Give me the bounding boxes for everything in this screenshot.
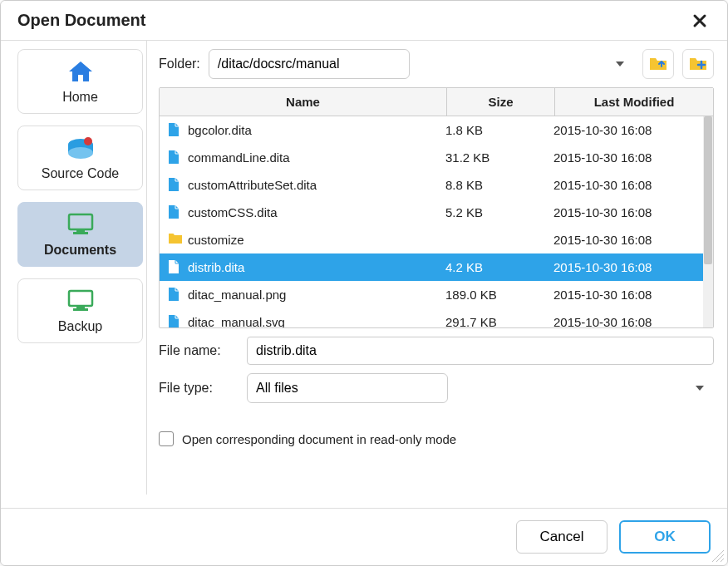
- new-folder-button[interactable]: [682, 49, 714, 79]
- shortcut-backup[interactable]: Backup: [17, 278, 143, 343]
- file-icon: [168, 150, 181, 166]
- shortcut-label: Backup: [58, 319, 102, 334]
- shortcut-documents[interactable]: Documents: [17, 202, 143, 267]
- scrollbar[interactable]: [703, 116, 713, 327]
- file-modified: 2015-10-30 16:08: [545, 315, 703, 327]
- file-name-cell: customAttributeSet.dita: [160, 177, 437, 194]
- folder-up-icon: [649, 57, 667, 71]
- file-size: 8.8 KB: [437, 178, 545, 192]
- svg-rect-4: [69, 214, 92, 229]
- folder-icon: [168, 232, 181, 249]
- filename-row: File name:: [159, 337, 714, 365]
- svg-rect-7: [69, 291, 92, 306]
- folder-up-button[interactable]: [642, 49, 674, 79]
- monitor-icon: [66, 213, 95, 236]
- file-name-cell: customCSS.dita: [160, 204, 437, 221]
- open-document-dialog: Open Document Home Source Code Documents…: [0, 0, 728, 566]
- readonly-label: Open corresponding document in read-only…: [182, 432, 456, 446]
- svg-rect-6: [73, 232, 88, 234]
- file-row[interactable]: ditac_manual.svg291.7 KB2015-10-30 16:08: [160, 308, 703, 327]
- dialog-title: Open Document: [17, 11, 145, 30]
- file-name: commandLine.dita: [188, 150, 290, 165]
- file-name: ditac_manual.svg: [188, 315, 285, 327]
- folder-row: Folder:: [159, 49, 714, 79]
- readonly-row: Open corresponding document in read-only…: [159, 431, 714, 446]
- file-icon: [168, 314, 181, 328]
- file-modified: 2015-10-30 16:08: [545, 288, 703, 302]
- readonly-checkbox[interactable]: [159, 431, 174, 446]
- file-name-cell: commandLine.dita: [160, 150, 437, 166]
- file-row[interactable]: commandLine.dita31.2 KB2015-10-30 16:08: [160, 144, 703, 171]
- folder-plus-icon: [689, 57, 707, 71]
- file-icon: [168, 177, 181, 194]
- file-name-cell: ditac_manual.png: [160, 287, 437, 303]
- svg-point-2: [68, 147, 93, 159]
- file-row[interactable]: ditac_manual.png189.0 KB2015-10-30 16:08: [160, 281, 703, 308]
- file-modified: 2015-10-30 16:08: [545, 150, 703, 165]
- folder-path-select[interactable]: [209, 49, 410, 79]
- column-header-name[interactable]: Name: [160, 88, 447, 116]
- titlebar: Open Document: [1, 1, 727, 40]
- filetype-select[interactable]: [247, 373, 448, 403]
- shortcut-label: Documents: [44, 243, 116, 258]
- shortcut-home[interactable]: Home: [17, 49, 143, 114]
- file-icon: [168, 122, 181, 139]
- file-size: 4.2 KB: [437, 260, 545, 274]
- file-name: distrib.dita: [188, 260, 244, 274]
- file-size: 5.2 KB: [437, 205, 545, 219]
- drive-icon: [66, 136, 96, 160]
- resize-grip[interactable]: [712, 550, 724, 562]
- file-name: bgcolor.dita: [188, 123, 252, 137]
- scroll-thumb[interactable]: [704, 116, 712, 264]
- close-button[interactable]: [689, 13, 711, 28]
- ok-button[interactable]: OK: [619, 520, 711, 554]
- file-row[interactable]: bgcolor.dita1.8 KB2015-10-30 16:08: [160, 116, 703, 144]
- folder-label: Folder:: [159, 57, 200, 71]
- cancel-button[interactable]: Cancel: [516, 520, 607, 554]
- folder-select-wrap: [209, 49, 634, 79]
- list-body[interactable]: bgcolor.dita1.8 KB2015-10-30 16:08comman…: [160, 116, 703, 327]
- file-name: customCSS.dita: [188, 205, 278, 219]
- list-body-wrap: bgcolor.dita1.8 KB2015-10-30 16:08comman…: [160, 116, 713, 327]
- main-panel: Folder: Name Size Last Modified: [159, 41, 714, 495]
- file-size: 1.8 KB: [437, 123, 545, 137]
- file-row[interactable]: distrib.dita4.2 KB2015-10-30 16:08: [160, 253, 703, 281]
- filename-input[interactable]: [247, 337, 714, 365]
- file-name-cell: customize: [160, 232, 437, 249]
- shortcut-label: Home: [62, 90, 98, 105]
- column-header-modified[interactable]: Last Modified: [555, 88, 713, 116]
- dialog-body: Home Source Code Documents Backup Folder…: [1, 40, 727, 509]
- file-row[interactable]: customAttributeSet.dita8.8 KB2015-10-30 …: [160, 171, 703, 199]
- filetype-label: File type:: [159, 381, 239, 396]
- list-header: Name Size Last Modified: [160, 88, 713, 116]
- dialog-footer: Cancel OK: [1, 509, 727, 565]
- file-name-cell: bgcolor.dita: [160, 122, 437, 139]
- svg-point-3: [84, 137, 92, 145]
- file-name-cell: ditac_manual.svg: [160, 314, 437, 328]
- file-listing: Name Size Last Modified bgcolor.dita1.8 …: [159, 87, 714, 328]
- file-icon: [168, 287, 181, 303]
- home-icon: [67, 60, 94, 83]
- file-name: customAttributeSet.dita: [188, 178, 317, 192]
- file-name: customize: [188, 233, 244, 247]
- file-size: 31.2 KB: [437, 150, 545, 165]
- file-size: 291.7 KB: [437, 315, 545, 327]
- file-icon: [168, 204, 181, 221]
- shortcut-source-code[interactable]: Source Code: [17, 126, 143, 190]
- svg-rect-8: [76, 306, 85, 308]
- file-modified: 2015-10-30 16:08: [545, 233, 703, 247]
- file-name: ditac_manual.png: [188, 288, 286, 302]
- filename-label: File name:: [159, 343, 239, 358]
- file-row[interactable]: customCSS.dita5.2 KB2015-10-30 16:08: [160, 199, 703, 226]
- file-modified: 2015-10-30 16:08: [545, 123, 703, 137]
- file-name-cell: distrib.dita: [160, 259, 437, 276]
- svg-rect-5: [76, 229, 85, 232]
- file-size: 189.0 KB: [437, 288, 545, 302]
- monitor-green-icon: [66, 289, 95, 313]
- shortcut-label: Source Code: [42, 166, 119, 181]
- svg-rect-9: [73, 308, 88, 311]
- close-icon: [692, 13, 707, 28]
- file-row[interactable]: customize2015-10-30 16:08: [160, 226, 703, 253]
- file-modified: 2015-10-30 16:08: [545, 260, 703, 274]
- column-header-size[interactable]: Size: [447, 88, 555, 116]
